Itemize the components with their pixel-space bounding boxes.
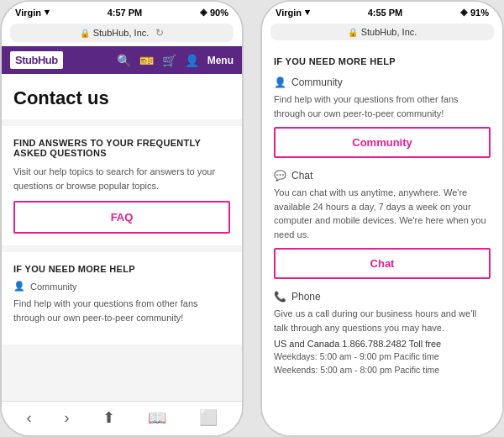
cart-icon[interactable]: 🛒 bbox=[162, 54, 176, 67]
share-icon[interactable]: ⬆ bbox=[102, 408, 115, 427]
phone-number: US and Canada 1.866.788.2482 Toll free bbox=[274, 339, 491, 349]
community-item: 👤 Community Find help with your question… bbox=[274, 76, 491, 158]
community-icon: 👤 bbox=[13, 281, 25, 292]
carrier-text-2: Virgin bbox=[276, 8, 302, 18]
more-help-heading-2: IF YOU NEED MORE HELP bbox=[274, 56, 491, 66]
status-right-2: ◈ 91% bbox=[460, 7, 489, 18]
community-desc: Find help with your questions from other… bbox=[13, 297, 230, 324]
wifi-icon-2: ▾ bbox=[305, 7, 310, 18]
nav-bar-1: StubHub 🔍 🎫 🛒 👤 Menu bbox=[2, 46, 242, 74]
faq-heading: Find answers to your frequently asked qu… bbox=[13, 138, 230, 158]
community-title: 👤 Community bbox=[274, 76, 491, 88]
chat-title-text: Chat bbox=[291, 170, 312, 182]
tickets-icon[interactable]: 🎫 bbox=[139, 54, 154, 67]
chat-icon: 💬 bbox=[274, 170, 286, 182]
chat-item: 💬 Chat You can chat with us anytime, any… bbox=[274, 170, 491, 279]
status-bar-1: Virgin ▾ 4:57 PM ◈ 90% bbox=[2, 2, 242, 21]
reload-icon[interactable]: ↻ bbox=[155, 27, 164, 39]
url-text-1: StubHub, Inc. bbox=[93, 28, 150, 38]
nav-icons: 🔍 🎫 🛒 👤 Menu bbox=[117, 54, 234, 67]
phone-2: Virgin ▾ 4:55 PM ◈ 91% 🔒 StubHub, Inc. I… bbox=[260, 0, 504, 437]
back-icon[interactable]: ‹ bbox=[27, 409, 32, 427]
phone-title: 📞 Phone bbox=[274, 291, 491, 303]
contact-header: Contact us bbox=[2, 74, 242, 119]
signal-icon-2: ◈ bbox=[460, 7, 467, 18]
faq-description: Visit our help topics to search for answ… bbox=[13, 165, 230, 192]
url-input-2[interactable]: 🔒 StubHub, Inc. bbox=[270, 24, 494, 40]
community-button[interactable]: Community bbox=[274, 127, 491, 158]
faq-button[interactable]: FAQ bbox=[13, 201, 230, 234]
url-bar-2[interactable]: 🔒 StubHub, Inc. bbox=[262, 21, 502, 45]
community-desc-2: Find help with your questions from other… bbox=[274, 92, 491, 120]
phone-hours-weekends: Weekends: 5:00 am - 8:00 pm Pacific time bbox=[274, 364, 491, 377]
lock-icon: 🔒 bbox=[80, 29, 90, 38]
phone-1: Virgin ▾ 4:57 PM ◈ 90% 🔒 StubHub, Inc. ↻… bbox=[0, 0, 244, 437]
bottom-bar-1: ‹ › ⬆ 📖 ⬜ bbox=[2, 401, 242, 435]
lock-icon-2: 🔒 bbox=[348, 28, 358, 37]
battery-text: 90% bbox=[210, 8, 228, 18]
phone-item: 📞 Phone Give us a call during our busine… bbox=[274, 291, 491, 377]
signal-icon: ◈ bbox=[200, 7, 207, 18]
forward-icon[interactable]: › bbox=[65, 409, 70, 427]
time-display: 4:57 PM bbox=[108, 8, 143, 18]
phone-hours-weekdays: Weekdays: 5:00 am - 9:00 pm Pacific time bbox=[274, 350, 491, 364]
phone-desc: Give us a call during our business hours… bbox=[274, 307, 491, 335]
phone-icon: 📞 bbox=[274, 291, 286, 303]
more-help-section: If you need more help 👤 Community Find h… bbox=[2, 252, 242, 345]
chat-button[interactable]: Chat bbox=[274, 248, 491, 279]
status-left: Virgin ▾ bbox=[15, 7, 50, 18]
phone-title-text: Phone bbox=[291, 291, 321, 303]
battery-text-2: 91% bbox=[470, 8, 489, 18]
search-icon[interactable]: 🔍 bbox=[117, 54, 131, 67]
page-content-2: IF YOU NEED MORE HELP 👤 Community Find h… bbox=[262, 45, 502, 435]
community-label: Community bbox=[30, 282, 77, 292]
page-content-1: Contact us Find answers to your frequent… bbox=[2, 74, 242, 401]
url-input-1[interactable]: 🔒 StubHub, Inc. ↻ bbox=[10, 24, 234, 42]
more-help-heading: If you need more help bbox=[13, 264, 230, 274]
status-bar-2: Virgin ▾ 4:55 PM ◈ 91% bbox=[262, 2, 502, 21]
faq-section: Find answers to your frequently asked qu… bbox=[2, 126, 242, 245]
stubhub-logo[interactable]: StubHub bbox=[10, 51, 63, 69]
status-right: ◈ 90% bbox=[200, 7, 228, 18]
menu-label[interactable]: Menu bbox=[207, 55, 234, 66]
time-display-2: 4:55 PM bbox=[368, 8, 403, 18]
tabs-icon[interactable]: ⬜ bbox=[199, 408, 218, 427]
chat-title: 💬 Chat bbox=[274, 170, 491, 182]
chat-desc: You can chat with us anytime, anywhere. … bbox=[274, 186, 491, 241]
bookmarks-icon[interactable]: 📖 bbox=[148, 408, 166, 427]
account-icon[interactable]: 👤 bbox=[185, 54, 199, 67]
community-sub: 👤 Community bbox=[13, 281, 230, 292]
page-title: Contact us bbox=[13, 87, 230, 109]
url-bar-1[interactable]: 🔒 StubHub, Inc. ↻ bbox=[2, 21, 242, 46]
community-title-text: Community bbox=[291, 76, 343, 88]
wifi-icon: ▾ bbox=[45, 7, 50, 18]
status-left-2: Virgin ▾ bbox=[276, 7, 310, 18]
community-person-icon: 👤 bbox=[274, 76, 286, 88]
url-text-2: StubHub, Inc. bbox=[361, 27, 417, 37]
carrier-text: Virgin bbox=[15, 8, 41, 18]
